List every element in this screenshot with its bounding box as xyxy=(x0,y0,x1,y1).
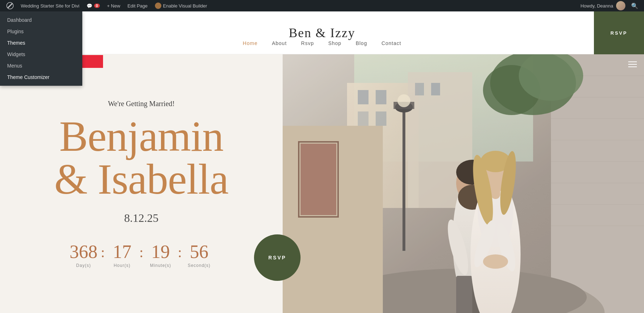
countdown-minutes: 19 Minute(s) xyxy=(146,243,175,268)
dropdown-item-widgets[interactable]: Widgets xyxy=(0,49,82,60)
nav-contact[interactable]: Contact xyxy=(381,40,401,46)
seconds-label: Second(s) xyxy=(188,263,211,268)
nav-about[interactable]: About xyxy=(272,40,287,46)
wp-logo-item[interactable] xyxy=(3,0,17,11)
couple-svg xyxy=(283,54,644,313)
divi-icon xyxy=(155,3,161,9)
site-name-label: Wedding Starter Site for Divi xyxy=(21,3,79,9)
minutes-label: Minute(s) xyxy=(150,263,171,268)
wp-logo-icon xyxy=(6,2,14,9)
rsvp-circle-label: RSVP xyxy=(268,255,286,260)
site-title: Ben & Izzy xyxy=(289,25,355,40)
site-header: Ben & Izzy Home About Rsvp Shop Blog Con… xyxy=(0,11,644,54)
minutes-value: 19 xyxy=(151,243,170,261)
wedding-date: 8.12.25 xyxy=(124,212,158,225)
colon-3: : xyxy=(175,244,185,260)
hours-value: 17 xyxy=(113,243,131,261)
dropdown-item-menus[interactable]: Menus xyxy=(0,60,82,71)
dropdown-item-theme-customizer[interactable]: Theme Customizer xyxy=(0,71,82,83)
rsvp-header-label: RSVP xyxy=(610,30,627,36)
hamburger-line-3 xyxy=(628,66,637,67)
adminbar-right: Howdy, Deanna 🔍 xyxy=(580,1,641,10)
nav-shop[interactable]: Shop xyxy=(328,40,341,46)
days-label: Day(s) xyxy=(76,263,91,268)
seconds-value: 56 xyxy=(190,243,209,261)
nav-home[interactable]: Home xyxy=(243,40,258,46)
countdown-seconds: 56 Second(s) xyxy=(185,243,214,268)
visual-builder-label: Enable Visual Builder xyxy=(163,3,207,9)
dropdown-item-dashboard[interactable]: Dashboard xyxy=(0,14,82,26)
edit-page-label: Edit Page xyxy=(127,3,147,9)
colon-2: : xyxy=(136,244,146,260)
days-value: 368 xyxy=(69,243,97,261)
getting-married-text: We're Getting Married! xyxy=(108,100,175,108)
countdown-hours: 17 Hour(s) xyxy=(108,243,136,268)
rsvp-header-button[interactable]: RSVP xyxy=(594,11,644,54)
hero-left: We're Getting Married! Benjamin & Isabel… xyxy=(0,54,283,313)
new-item[interactable]: + New xyxy=(103,0,124,11)
user-avatar xyxy=(616,1,625,10)
site-nav: Home About Rsvp Shop Blog Contact xyxy=(243,40,401,46)
comment-icon: 💬 xyxy=(87,3,92,9)
comment-count: 0 xyxy=(94,4,100,8)
comments-item[interactable]: 💬 0 xyxy=(83,0,103,11)
howdy-text: Howdy, Deanna xyxy=(580,3,613,9)
hero-section: We're Getting Married! Benjamin & Isabel… xyxy=(0,54,644,313)
nav-blog[interactable]: Blog xyxy=(356,40,367,46)
hamburger-line-1 xyxy=(628,61,637,62)
name-line1: Benjamin xyxy=(59,113,224,160)
admin-bar: Wedding Starter Site for Divi 💬 0 + New … xyxy=(0,0,644,11)
site-name-item[interactable]: Wedding Starter Site for Divi xyxy=(17,0,83,11)
name-line2: & Isabella xyxy=(54,155,228,203)
search-icon[interactable]: 🔍 xyxy=(628,3,641,9)
hamburger-menu-icon[interactable] xyxy=(628,61,637,67)
countdown: 368 Day(s) : 17 Hour(s) : 19 Minute(s) :… xyxy=(69,243,213,268)
site-title-block: Ben & Izzy xyxy=(289,25,355,40)
svg-rect-50 xyxy=(283,54,644,313)
nav-rsvp[interactable]: Rsvp xyxy=(301,40,314,46)
hamburger-line-2 xyxy=(628,64,637,65)
rsvp-circle-button[interactable]: RSVP xyxy=(254,234,301,281)
dropdown-item-plugins[interactable]: Plugins xyxy=(0,26,82,37)
colon-1: : xyxy=(98,244,108,260)
new-label: + New xyxy=(107,3,120,9)
dropdown-item-themes[interactable]: Themes xyxy=(0,37,82,49)
hours-label: Hour(s) xyxy=(114,263,131,268)
edit-page-item[interactable]: Edit Page xyxy=(124,0,151,11)
hero-photo xyxy=(283,54,644,313)
visual-builder-item[interactable]: Enable Visual Builder xyxy=(151,0,211,11)
admin-dropdown-menu: Dashboard Plugins Themes Widgets Menus T… xyxy=(0,11,82,86)
couple-names: Benjamin & Isabella xyxy=(54,115,228,201)
countdown-days: 368 Day(s) xyxy=(69,243,98,268)
